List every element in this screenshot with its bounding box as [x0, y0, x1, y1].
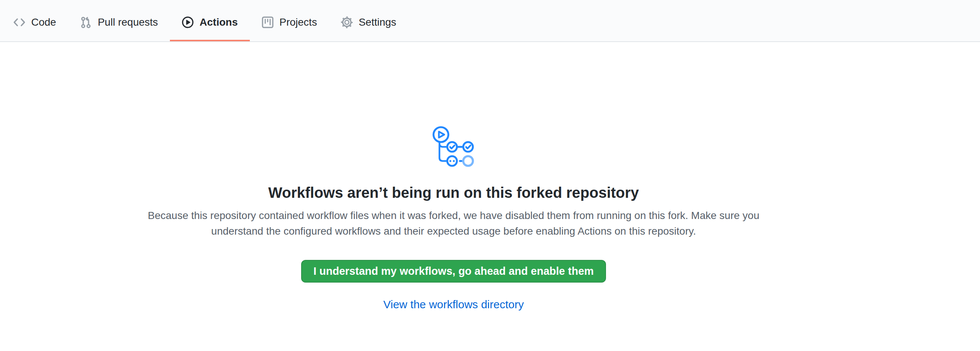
tab-code[interactable]: Code	[2, 3, 68, 41]
git-pull-request-icon	[80, 16, 92, 28]
blankslate-title: Workflows aren’t being run on this forke…	[141, 183, 766, 202]
tab-label: Settings	[359, 17, 396, 27]
gear-icon	[341, 16, 353, 28]
project-icon	[262, 16, 274, 28]
tab-label: Pull requests	[98, 17, 158, 27]
tab-actions[interactable]: Actions	[170, 3, 250, 41]
tab-pull-requests[interactable]: Pull requests	[68, 3, 170, 41]
main-content: Workflows aren’t being run on this forke…	[0, 42, 980, 311]
tab-label: Projects	[280, 17, 317, 27]
workflow-graph-icon	[432, 125, 475, 168]
tab-settings[interactable]: Settings	[329, 3, 408, 41]
repo-underline-nav: Code Pull requests Actions	[0, 0, 980, 42]
play-circle-icon	[182, 16, 194, 28]
actions-disabled-blankslate: Workflows aren’t being run on this forke…	[141, 125, 766, 311]
tab-label: Code	[31, 17, 56, 27]
code-icon	[13, 16, 25, 28]
blankslate-description: Because this repository contained workfl…	[141, 208, 766, 239]
enable-workflows-button[interactable]: I understand my workflows, go ahead and …	[301, 260, 606, 283]
tab-projects[interactable]: Projects	[250, 3, 329, 41]
tab-label: Actions	[200, 17, 238, 27]
view-workflows-directory-link[interactable]: View the workflows directory	[383, 298, 524, 310]
